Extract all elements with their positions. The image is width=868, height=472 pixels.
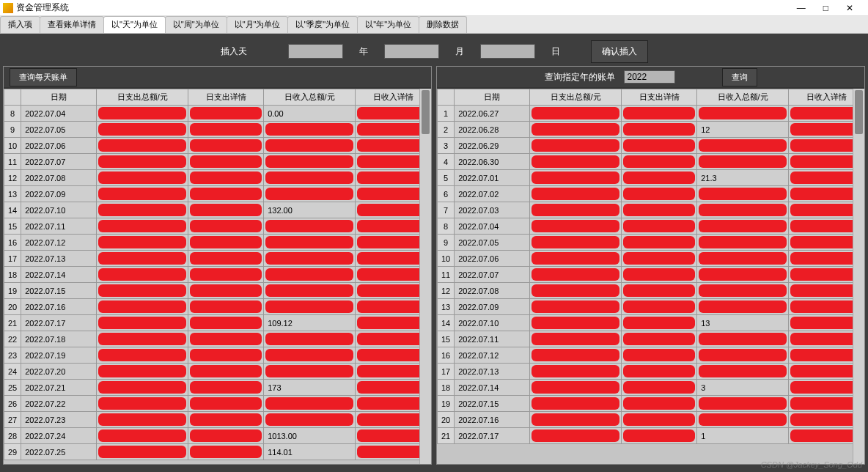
cell-date: 2022.07.04 (21, 106, 97, 122)
table-row[interactable]: 152022.07.11 (438, 331, 864, 347)
table-row[interactable]: 192022.07.15 (438, 396, 864, 412)
table-row[interactable]: 172022.07.13 (438, 364, 864, 380)
table-row[interactable]: 162022.07.12 (4, 235, 431, 251)
cell-out-detail (188, 267, 264, 283)
table-row[interactable]: 92022.07.05 (4, 122, 431, 138)
table-row[interactable]: 272022.07.23 (4, 412, 431, 428)
query-year-label: 查询指定年的账单 (545, 71, 615, 84)
table-row[interactable]: 242022.07.20 (4, 364, 431, 380)
cell-out-detail (622, 218, 697, 235)
table-row[interactable]: 202022.07.16 (4, 299, 431, 315)
cell-out-detail (188, 299, 264, 315)
cell-out-total (530, 186, 622, 202)
cell-out-total (97, 428, 188, 444)
table-row[interactable]: 152022.07.11 (4, 218, 431, 235)
cell-in-total (264, 364, 356, 380)
table-row[interactable]: 282022.07.241013.00 (4, 428, 431, 444)
cell-date: 2022.07.12 (21, 235, 97, 251)
tab-7[interactable]: 删除数据 (419, 16, 467, 33)
table-row[interactable]: 32022.06.29 (438, 138, 864, 154)
table-row[interactable]: 192022.07.15 (4, 283, 431, 299)
table-row[interactable]: 292022.07.25114.01 (4, 444, 431, 460)
maximize-button[interactable]: □ (823, 3, 828, 13)
table-row[interactable]: 122022.07.08 (4, 170, 431, 186)
table-row[interactable]: 182022.07.14 (4, 267, 431, 283)
table-row[interactable]: 102022.07.06 (4, 138, 431, 154)
month-label: 月 (445, 45, 474, 58)
cell-date: 2022.07.20 (21, 364, 97, 380)
table-row[interactable]: 232022.07.19 (4, 347, 431, 364)
confirm-insert-button[interactable]: 确认插入 (591, 40, 648, 63)
cell-date: 2022.07.02 (455, 186, 530, 202)
tab-6[interactable]: 以"年"为单位 (357, 16, 419, 33)
table-row[interactable]: 162022.07.12 (438, 347, 864, 364)
cell-in-total (697, 202, 789, 218)
table-row[interactable]: 42022.06.30 (438, 154, 864, 170)
table-row[interactable]: 142022.07.10132.00 (4, 202, 431, 218)
right-panel: 查询指定年的账单 查询 日期日支出总额/元日支出详情日收入总额/元日收入详情 1… (436, 66, 865, 465)
cell-out-detail (622, 283, 697, 299)
table-row[interactable]: 122022.07.08 (438, 283, 864, 299)
table-row[interactable]: 52022.07.0121.3 (438, 170, 864, 186)
table-row[interactable]: 82022.07.0414.300.00 (4, 106, 431, 122)
tab-4[interactable]: 以"月"为单位 (227, 16, 289, 33)
table-row[interactable]: 132022.07.09 (4, 186, 431, 202)
cell-in-total (264, 122, 356, 138)
day-input[interactable] (480, 44, 535, 59)
query-daily-button[interactable]: 查询每天账单 (10, 68, 77, 86)
table-row[interactable]: 202022.07.16 (438, 412, 864, 428)
cell-date: 2022.07.15 (455, 396, 530, 412)
month-input[interactable] (384, 44, 439, 59)
row-number: 20 (438, 412, 455, 428)
cell-in-total: 1 (697, 428, 789, 444)
query-year-input[interactable] (624, 70, 675, 84)
cell-out-total (530, 138, 622, 154)
table-row[interactable]: 112022.07.07 (4, 154, 431, 170)
close-button[interactable]: ✕ (846, 3, 853, 13)
table-row[interactable]: 262022.07.22 (4, 396, 431, 412)
table-row[interactable]: 102022.07.06 (438, 251, 864, 267)
table-row[interactable]: 72022.07.03 (438, 202, 864, 218)
table-row[interactable]: 112022.07.07 (438, 267, 864, 283)
year-input[interactable] (288, 44, 343, 59)
cell-in-total (697, 331, 789, 347)
row-number: 10 (438, 251, 455, 267)
column-header: 日支出总额/元 (97, 89, 188, 106)
right-scrollbar-vertical[interactable] (853, 89, 864, 464)
tab-1[interactable]: 查看账单详情 (40, 16, 104, 33)
table-row[interactable]: 222022.07.18 (4, 331, 431, 347)
cell-date: 2022.07.15 (21, 283, 97, 299)
cell-out-detail (622, 251, 697, 267)
query-year-button[interactable]: 查询 (722, 68, 757, 86)
cell-date: 2022.07.11 (21, 218, 97, 235)
minimize-button[interactable]: — (797, 3, 806, 13)
table-row[interactable]: 182022.07.143 (438, 380, 864, 396)
tab-2[interactable]: 以"天"为单位 (103, 16, 166, 33)
row-number: 8 (4, 106, 21, 122)
cell-out-detail (622, 186, 697, 202)
row-number: 14 (4, 202, 21, 218)
left-scrollbar-vertical[interactable] (419, 89, 431, 464)
table-row[interactable]: 82022.07.04 (438, 218, 864, 235)
cell-out-total (97, 364, 188, 380)
tab-3[interactable]: 以"周"为单位 (165, 16, 227, 33)
cell-date: 2022.06.27 (455, 106, 530, 122)
table-row[interactable]: 22022.06.2812 (438, 122, 864, 138)
table-row[interactable]: 212022.07.17109.12 (4, 315, 431, 331)
table-row[interactable]: 252022.07.21173 (4, 380, 431, 396)
cell-in-total: 109.12 (264, 315, 356, 331)
cell-in-total (697, 106, 789, 122)
row-number: 16 (438, 347, 455, 364)
app-icon (3, 3, 13, 13)
table-row[interactable]: 132022.07.09 (438, 299, 864, 315)
table-row[interactable]: 62022.07.02 (438, 186, 864, 202)
cell-out-total (530, 218, 622, 235)
tab-0[interactable]: 插入项 (0, 16, 40, 33)
table-row[interactable]: 212022.07.171 (438, 428, 864, 444)
row-number: 28 (4, 428, 21, 444)
table-row[interactable]: 92022.07.05 (438, 235, 864, 251)
table-row[interactable]: 142022.07.1013 (438, 315, 864, 331)
tab-5[interactable]: 以"季度"为单位 (287, 16, 358, 33)
table-row[interactable]: 172022.07.13 (4, 251, 431, 267)
table-row[interactable]: 12022.06.27 (438, 106, 864, 122)
